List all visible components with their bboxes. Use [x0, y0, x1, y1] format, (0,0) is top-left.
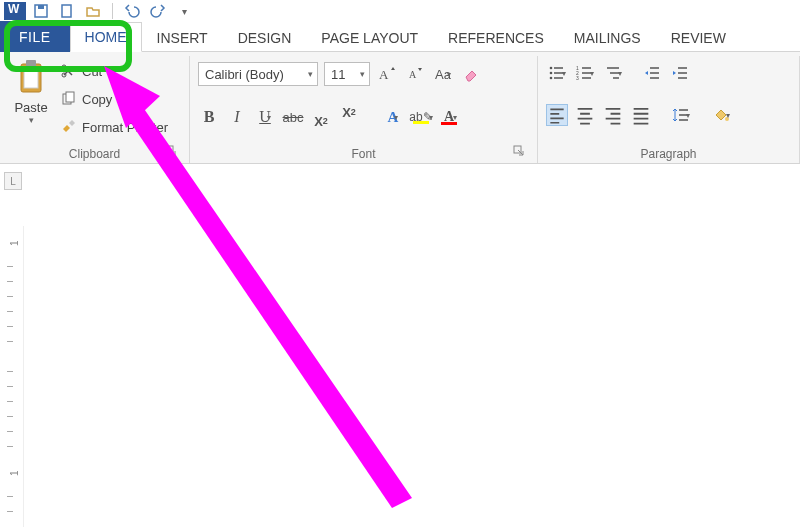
clear-formatting-button[interactable] [460, 63, 482, 85]
vertical-ruler[interactable]: 1 1 [4, 226, 24, 527]
ruler-mark: 1 [9, 470, 20, 476]
shrink-font-button[interactable]: A [404, 63, 426, 85]
ruler-mark: 1 [9, 240, 20, 246]
ribbon: Paste ▾ Cut Copy Format Painter Clipbo [0, 52, 800, 164]
bold-button[interactable]: B [198, 106, 220, 128]
svg-text:A: A [409, 69, 417, 80]
svg-point-14 [550, 67, 553, 70]
svg-point-16 [550, 77, 553, 80]
svg-text:A: A [379, 67, 389, 82]
justify-button[interactable] [630, 104, 652, 126]
tab-references[interactable]: REFERENCES [433, 23, 559, 52]
group-paragraph-label: Paragraph [546, 145, 791, 161]
ribbon-tabs: FILE HOME INSERT DESIGN PAGE LAYOUT REFE… [0, 22, 800, 52]
svg-rect-5 [24, 70, 38, 88]
bullets-button[interactable]: ▾ [546, 62, 568, 84]
chevron-down-icon: ▾ [360, 69, 365, 79]
copy-button[interactable]: Copy [60, 88, 168, 110]
change-case-button[interactable]: Aa▾ [432, 63, 454, 85]
align-left-button[interactable] [546, 104, 568, 126]
qat-customize-dropdown[interactable]: ▾ [173, 1, 195, 21]
font-size-combo[interactable]: 11 ▾ [324, 62, 370, 86]
copy-label: Copy [82, 92, 112, 107]
group-font: Calibri (Body) ▾ 11 ▾ A A Aa▾ [190, 56, 538, 163]
tab-file[interactable]: FILE [0, 21, 70, 52]
underline-button[interactable]: U▾ [254, 106, 276, 128]
qat-open-button[interactable] [82, 1, 104, 21]
scissors-icon [60, 63, 76, 79]
superscript-button[interactable]: X2 [338, 106, 360, 128]
qat-redo-button[interactable] [147, 1, 169, 21]
tab-review[interactable]: REVIEW [656, 23, 741, 52]
text-effects-button[interactable]: A▾ [382, 106, 404, 128]
font-color-button[interactable]: A▾ [438, 106, 460, 128]
font-name-combo[interactable]: Calibri (Body) ▾ [198, 62, 318, 86]
tab-design[interactable]: DESIGN [223, 23, 307, 52]
svg-point-15 [550, 72, 553, 75]
grow-font-button[interactable]: A [376, 63, 398, 85]
paintbrush-icon [60, 119, 76, 135]
copy-icon [60, 91, 76, 107]
increase-indent-button[interactable] [670, 62, 692, 84]
shading-button[interactable]: ▾ [710, 104, 732, 126]
format-painter-label: Format Painter [82, 120, 168, 135]
qat-save-button[interactable] [30, 1, 52, 21]
font-dialog-launcher[interactable] [513, 145, 527, 159]
align-center-button[interactable] [574, 104, 596, 126]
app-word-icon [4, 2, 26, 20]
line-spacing-button[interactable]: ▾ [670, 104, 692, 126]
tab-home[interactable]: HOME [70, 22, 142, 52]
qat-new-button[interactable] [56, 1, 78, 21]
tab-mailings[interactable]: MAILINGS [559, 23, 656, 52]
group-font-label: Font [198, 145, 529, 161]
paste-dropdown-icon[interactable]: ▾ [29, 115, 34, 125]
tab-insert[interactable]: INSERT [142, 23, 223, 52]
group-clipboard: Paste ▾ Cut Copy Format Painter Clipbo [0, 56, 190, 163]
strikethrough-button[interactable]: abc [282, 106, 304, 128]
svg-rect-2 [62, 5, 71, 17]
svg-rect-9 [66, 92, 74, 102]
svg-rect-1 [38, 5, 44, 9]
paste-label: Paste [14, 100, 47, 115]
ruler-tab-selector[interactable]: L [4, 172, 22, 190]
qat-undo-button[interactable] [121, 1, 143, 21]
highlight-color-button[interactable]: ab✎▾ [410, 106, 432, 128]
tab-page-layout[interactable]: PAGE LAYOUT [306, 23, 433, 52]
font-size-value: 11 [331, 67, 345, 82]
separator [112, 3, 113, 19]
font-name-value: Calibri (Body) [205, 67, 284, 82]
numbering-button[interactable]: 123▾ [574, 62, 596, 84]
chevron-down-icon: ▾ [308, 69, 313, 79]
svg-text:3: 3 [576, 75, 579, 81]
group-paragraph: ▾ 123▾ ▾ ▾ ▾ Paragraph [538, 56, 800, 163]
subscript-button[interactable]: X2 [310, 106, 332, 128]
italic-button[interactable]: I [226, 106, 248, 128]
cut-label: Cut [82, 64, 102, 79]
svg-rect-4 [26, 60, 36, 67]
eraser-icon [462, 65, 480, 83]
document-area [24, 192, 800, 527]
document-page[interactable] [36, 228, 800, 527]
multilevel-list-button[interactable]: ▾ [602, 62, 624, 84]
quick-access-toolbar: ▾ [0, 0, 800, 22]
align-right-button[interactable] [602, 104, 624, 126]
cut-button[interactable]: Cut [60, 60, 168, 82]
clipboard-dialog-launcher[interactable] [165, 145, 179, 159]
group-clipboard-label: Clipboard [8, 145, 181, 161]
format-painter-button[interactable]: Format Painter [60, 116, 168, 138]
decrease-indent-button[interactable] [642, 62, 664, 84]
paste-button[interactable]: Paste ▾ [8, 58, 54, 145]
